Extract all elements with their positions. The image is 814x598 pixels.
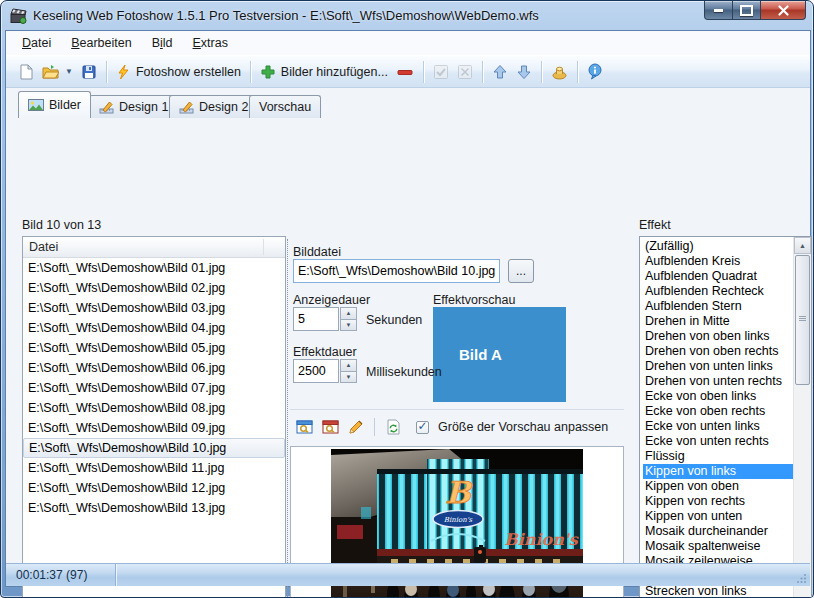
toolbar-separator bbox=[250, 61, 251, 83]
deselect-all-button[interactable] bbox=[453, 61, 477, 83]
effektdauer-input[interactable] bbox=[293, 359, 339, 383]
effect-item[interactable]: Kippen von rechts bbox=[643, 494, 794, 509]
panel-splitter[interactable] bbox=[287, 239, 288, 598]
info-button[interactable] bbox=[583, 60, 607, 83]
file-path: E:\Soft\_Wfs\Demoshow\Bild 07.jpg bbox=[28, 381, 225, 395]
effect-preview-text: Bild A bbox=[433, 346, 502, 363]
column-divider[interactable] bbox=[263, 239, 264, 255]
effect-item[interactable]: Aufblenden Rechteck bbox=[643, 284, 794, 299]
menu-extras[interactable]: Extras bbox=[183, 33, 238, 53]
effect-item[interactable]: Ecke von oben rechts bbox=[643, 404, 794, 419]
menu-datei[interactable]: Datei bbox=[12, 33, 61, 53]
effect-item[interactable]: Drehen in Mitte bbox=[643, 314, 794, 329]
file-row[interactable]: E:\Soft\_Wfs\Demoshow\Bild 07.jpg bbox=[23, 378, 285, 398]
effektdauer-down-button[interactable]: ▼ bbox=[340, 372, 357, 384]
file-path: E:\Soft\_Wfs\Demoshow\Bild 03.jpg bbox=[28, 301, 225, 315]
anzeigedauer-spinner: ▲ ▼ bbox=[293, 307, 357, 331]
move-down-button[interactable] bbox=[512, 61, 536, 83]
scroll-up-button[interactable]: ▲ bbox=[794, 237, 811, 254]
effect-item[interactable]: Aufblenden Stern bbox=[643, 299, 794, 314]
section-divider bbox=[290, 409, 624, 410]
maximize-button[interactable] bbox=[733, 1, 761, 20]
file-row[interactable]: E:\Soft\_Wfs\Demoshow\Bild 01.jpg bbox=[23, 258, 285, 278]
file-list-header[interactable]: Datei bbox=[23, 237, 285, 258]
edit-image-button[interactable] bbox=[345, 416, 367, 438]
file-row[interactable]: E:\Soft\_Wfs\Demoshow\Bild 05.jpg bbox=[23, 338, 285, 358]
select-all-button[interactable] bbox=[429, 61, 453, 83]
file-row[interactable]: E:\Soft\_Wfs\Demoshow\Bild 12.jpg bbox=[23, 478, 285, 498]
effect-list-scrollbar[interactable]: ▲ ▼ bbox=[793, 237, 811, 598]
lightning-icon bbox=[116, 64, 131, 80]
close-button[interactable] bbox=[761, 1, 806, 20]
toolbar: ▼ Fotoshow erstellen bbox=[6, 55, 810, 88]
effektdauer-up-button[interactable]: ▲ bbox=[340, 359, 357, 372]
publish-button[interactable] bbox=[547, 61, 572, 83]
file-row[interactable]: E:\Soft\_Wfs\Demoshow\Bild 06.jpg bbox=[23, 358, 285, 378]
save-button[interactable] bbox=[77, 61, 101, 83]
file-row[interactable]: E:\Soft\_Wfs\Demoshow\Bild 03.jpg bbox=[23, 298, 285, 318]
effect-item[interactable]: Drehen von oben links bbox=[643, 329, 794, 344]
refresh-preview-button[interactable] bbox=[382, 416, 404, 438]
file-row[interactable]: E:\Soft\_Wfs\Demoshow\Bild 02.jpg bbox=[23, 278, 285, 298]
tab-design-1[interactable]: Design 1 bbox=[89, 95, 178, 118]
effect-item[interactable]: Aufblenden Quadrat bbox=[643, 269, 794, 284]
tab-bilder[interactable]: Bilder bbox=[18, 91, 91, 118]
preview-window-blue-button[interactable] bbox=[293, 416, 315, 438]
file-row[interactable]: E:\Soft\_Wfs\Demoshow\Bild 11.jpg bbox=[23, 458, 285, 478]
pencil-icon bbox=[348, 419, 364, 435]
scrollbar-thumb[interactable] bbox=[795, 255, 810, 385]
fit-preview-checkbox[interactable]: ✓ bbox=[416, 421, 429, 434]
menu-bild[interactable]: Bild bbox=[142, 33, 183, 53]
arrow-up-icon bbox=[492, 64, 508, 80]
effect-list[interactable]: (Zufällig)Aufblenden KreisAufblenden Qua… bbox=[639, 236, 812, 598]
effect-item[interactable]: Ecke von oben links bbox=[643, 389, 794, 404]
file-row[interactable]: E:\Soft\_Wfs\Demoshow\Bild 08.jpg bbox=[23, 398, 285, 418]
menu-bearbeiten[interactable]: Bearbeiten bbox=[61, 33, 141, 53]
tab-design-2[interactable]: Design 2 bbox=[169, 95, 258, 118]
file-row[interactable]: E:\Soft\_Wfs\Demoshow\Bild 10.jpg bbox=[23, 438, 285, 458]
effect-item[interactable]: Kippen von oben bbox=[643, 479, 794, 494]
open-dropdown-caret[interactable]: ▼ bbox=[65, 67, 73, 76]
resize-grip[interactable] bbox=[797, 573, 807, 583]
effect-item[interactable]: (Zufällig) bbox=[643, 239, 794, 254]
effect-item[interactable]: Drehen von oben rechts bbox=[643, 344, 794, 359]
effect-item[interactable]: Ecke von unten links bbox=[643, 419, 794, 434]
titlebar[interactable]: Keseling Web Fotoshow 1.5.1 Pro Testvers… bbox=[1, 1, 813, 30]
preview-window-red-button[interactable] bbox=[319, 416, 341, 438]
zoom-window-blue-icon bbox=[296, 419, 313, 435]
file-list[interactable]: Datei E:\Soft\_Wfs\Demoshow\Bild 01.jpg … bbox=[22, 236, 286, 598]
plus-icon bbox=[260, 64, 276, 80]
anzeigedauer-up-button[interactable]: ▲ bbox=[340, 307, 357, 320]
app-window: Keseling Web Fotoshow 1.5.1 Pro Testvers… bbox=[0, 0, 814, 598]
add-images-button[interactable]: Bilder hinzufügen... bbox=[256, 61, 392, 83]
effect-item[interactable]: Kippen von unten bbox=[643, 509, 794, 524]
new-button[interactable] bbox=[14, 61, 38, 83]
file-row[interactable]: E:\Soft\_Wfs\Demoshow\Bild 13.jpg bbox=[23, 498, 285, 518]
anzeigedauer-down-button[interactable]: ▼ bbox=[340, 320, 357, 332]
anzeigedauer-input[interactable] bbox=[293, 307, 339, 331]
file-row[interactable]: E:\Soft\_Wfs\Demoshow\Bild 09.jpg bbox=[23, 418, 285, 438]
effect-item[interactable]: Ecke von unten rechts bbox=[643, 434, 794, 449]
file-path: E:\Soft\_Wfs\Demoshow\Bild 01.jpg bbox=[28, 261, 225, 275]
tab-vorschau[interactable]: Vorschau bbox=[249, 95, 321, 118]
remove-image-button[interactable] bbox=[392, 61, 418, 83]
browse-button[interactable]: ... bbox=[508, 259, 534, 283]
effektvorschau-label: Effektvorschau bbox=[433, 293, 515, 307]
minimize-button[interactable] bbox=[704, 1, 733, 20]
effect-item[interactable]: Drehen von unten rechts bbox=[643, 374, 794, 389]
effect-item[interactable]: Mosaik durcheinander bbox=[643, 524, 794, 539]
file-path: E:\Soft\_Wfs\Demoshow\Bild 11.jpg bbox=[28, 461, 224, 475]
bilddatei-input[interactable] bbox=[293, 259, 500, 283]
create-fotoshow-button[interactable]: Fotoshow erstellen bbox=[112, 61, 245, 83]
open-button[interactable]: ▼ bbox=[38, 61, 77, 83]
effect-item[interactable]: Mosaik spaltenweise bbox=[643, 539, 794, 554]
effektdauer-spinner: ▲ ▼ bbox=[293, 359, 357, 383]
move-up-button[interactable] bbox=[488, 61, 512, 83]
effect-item[interactable]: Kippen von links bbox=[643, 464, 794, 479]
file-row[interactable]: E:\Soft\_Wfs\Demoshow\Bild 04.jpg bbox=[23, 318, 285, 338]
effect-item[interactable]: Aufblenden Kreis bbox=[643, 254, 794, 269]
effect-item[interactable]: Strecken von links bbox=[643, 584, 794, 598]
effect-item[interactable]: Flüssig bbox=[643, 449, 794, 464]
effect-item[interactable]: Drehen von unten links bbox=[643, 359, 794, 374]
tab-design-1-label: Design 1 bbox=[119, 100, 168, 114]
